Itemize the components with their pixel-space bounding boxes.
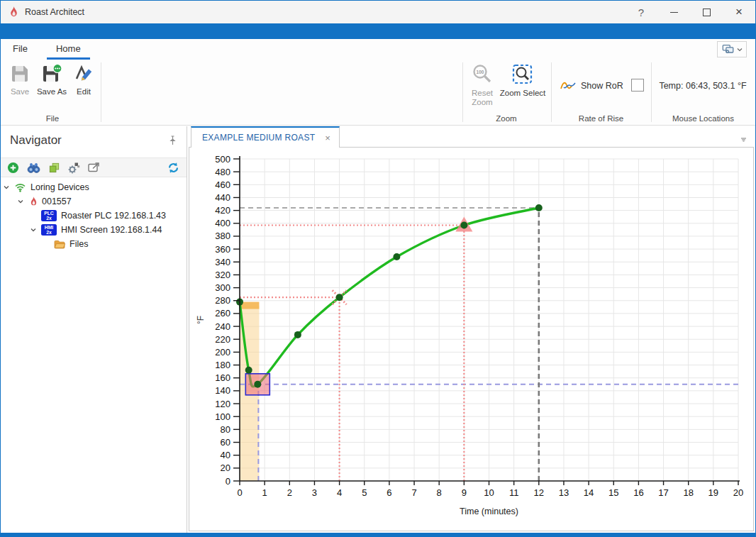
mouse-locations-group-label: Mouse Locations: [651, 114, 755, 123]
svg-text:440: 440: [215, 192, 230, 203]
tab-file[interactable]: File: [4, 39, 37, 60]
device-tree: Loring Devices 001557 PLC2x Roaster PLC …: [1, 177, 187, 251]
tree-item-hmi-screen[interactable]: HMI2x HMI Screen 192.168.1.44: [1, 223, 187, 237]
curve-point[interactable]: [245, 367, 252, 374]
tabstrip-rest: [340, 126, 754, 148]
tree-item-label: Loring Devices: [30, 182, 89, 192]
navigator-header: Navigator: [1, 126, 187, 157]
chevron-down-icon[interactable]: [16, 198, 25, 205]
add-device-button[interactable]: [7, 162, 19, 174]
save-as-button[interactable]: Save As: [34, 64, 70, 96]
mouse-temp-readout: Temp: 06:43, 503.1 °F: [653, 81, 752, 91]
edit-button[interactable]: Edit: [70, 64, 98, 96]
tree-item-label: HMI Screen 192.168.1.44: [61, 225, 162, 235]
ribbon-tab-row: File Home: [1, 39, 755, 60]
tree-item-label: Files: [70, 239, 88, 249]
document-tab[interactable]: EXAMPLE MEDIUM ROAST ×: [191, 126, 340, 148]
tree-item-loring-devices[interactable]: Loring Devices: [1, 180, 187, 194]
group-separator: [462, 62, 463, 122]
chevron-down-icon[interactable]: [2, 184, 11, 191]
close-button[interactable]: ×: [723, 1, 755, 23]
svg-text:9: 9: [462, 487, 467, 498]
svg-text:260: 260: [215, 308, 230, 319]
curve-point[interactable]: [294, 331, 301, 338]
svg-text:60: 60: [221, 437, 230, 448]
app-window: Roast Architect ? × File Home Save Save …: [0, 0, 756, 537]
refresh-button[interactable]: [167, 162, 179, 174]
curve-point[interactable]: [460, 222, 467, 229]
tree-item-files[interactable]: Files: [1, 237, 187, 251]
refresh-icon: [167, 162, 179, 174]
minimize-button[interactable]: [657, 1, 690, 23]
svg-text:5: 5: [362, 487, 367, 498]
tab-list-dropdown-icon[interactable]: [740, 133, 747, 145]
curve-point[interactable]: [393, 253, 400, 260]
tree-item-roaster-plc[interactable]: PLC2x Roaster PLC 192.168.1.43: [1, 209, 187, 223]
find-device-button[interactable]: [27, 162, 40, 173]
svg-text:160: 160: [215, 372, 230, 383]
zoom-select-button[interactable]: Zoom Select: [499, 64, 546, 98]
main-content: Navigator: [1, 126, 755, 533]
navigator-title: Navigator: [10, 133, 62, 148]
y-axis-title: °F: [196, 316, 206, 324]
navigator-panel: Navigator: [1, 126, 187, 533]
help-button[interactable]: ?: [625, 1, 657, 23]
svg-text:4: 4: [337, 487, 342, 498]
edit-icon: [74, 64, 94, 84]
show-ror-checkbox[interactable]: [631, 79, 644, 92]
svg-text:10: 10: [484, 487, 494, 498]
reset-zoom-icon: 100: [472, 64, 493, 85]
show-ror-label: Show RoR: [581, 81, 623, 91]
reset-zoom-label: Reset Zoom: [466, 89, 499, 107]
pin-icon[interactable]: [168, 135, 177, 148]
tree-item-001557[interactable]: 001557: [1, 194, 187, 209]
settings-button[interactable]: [67, 162, 80, 174]
svg-text:480: 480: [215, 167, 230, 177]
minimize-icon: [670, 12, 678, 13]
svg-text:PLC: PLC: [44, 211, 54, 216]
save-button[interactable]: Save: [6, 64, 33, 96]
svg-text:420: 420: [215, 205, 230, 216]
duplicate-button[interactable]: [48, 162, 60, 174]
svg-text:240: 240: [215, 321, 230, 332]
curve-point[interactable]: [254, 381, 261, 388]
file-group-label: File: [6, 114, 99, 123]
roast-profile-chart[interactable]: 0204060801001201401601802002202402602803…: [189, 148, 754, 531]
svg-text:13: 13: [559, 487, 569, 498]
svg-text:11: 11: [509, 487, 519, 498]
hmi-badge-icon: HMI2x: [41, 224, 57, 236]
svg-text:400: 400: [215, 218, 230, 228]
open-external-icon: [87, 162, 101, 173]
open-external-button[interactable]: [87, 162, 101, 173]
svg-text:7: 7: [411, 487, 416, 498]
svg-text:2x: 2x: [46, 216, 52, 221]
svg-text:280: 280: [215, 295, 230, 306]
svg-text:180: 180: [215, 360, 230, 370]
tab-home[interactable]: Home: [47, 39, 90, 60]
show-ror-control[interactable]: Show RoR: [560, 79, 623, 92]
group-separator: [551, 62, 552, 122]
svg-text:19: 19: [708, 487, 718, 498]
event-markers-layer: [245, 217, 472, 395]
group-separator: [101, 62, 101, 122]
svg-text:140: 140: [215, 385, 230, 396]
ribbon-display-options-button[interactable]: [717, 41, 747, 57]
tab-close-icon[interactable]: ×: [325, 133, 330, 143]
document-tab-strip: EXAMPLE MEDIUM ROAST ×: [189, 126, 754, 148]
add-icon: [7, 162, 19, 174]
svg-text:2: 2: [287, 487, 292, 498]
svg-text:14: 14: [584, 487, 594, 498]
svg-text:1: 1: [262, 487, 267, 498]
svg-text:16: 16: [633, 487, 643, 498]
curve-point[interactable]: [336, 294, 343, 301]
maximize-button[interactable]: [690, 1, 723, 23]
reset-zoom-button[interactable]: 100 Reset Zoom: [466, 64, 499, 107]
svg-text:20: 20: [733, 487, 743, 498]
svg-text:12: 12: [534, 487, 544, 498]
curve-point[interactable]: [535, 204, 543, 211]
svg-text:17: 17: [658, 487, 668, 498]
chevron-down-icon[interactable]: [29, 226, 38, 233]
svg-text:220: 220: [215, 334, 230, 345]
svg-text:HMI: HMI: [45, 225, 54, 230]
document-tab-label: EXAMPLE MEDIUM ROAST: [202, 133, 315, 143]
